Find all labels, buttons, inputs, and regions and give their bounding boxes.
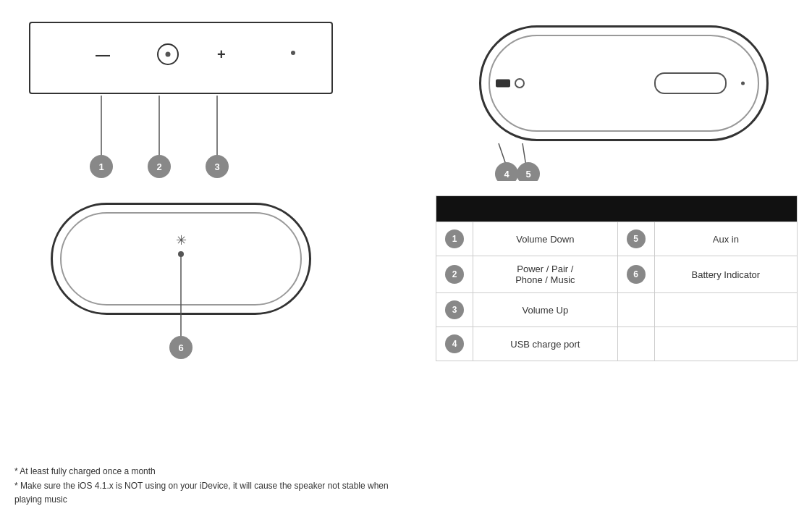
table-header-row [436,196,798,222]
table-row-4: 4 USB charge port [436,327,798,361]
footnote-line2: * Make sure the iOS 4.1.x is NOT using o… [14,479,389,493]
svg-text:2: 2 [156,161,161,172]
table-header [436,196,798,222]
table-cell-label7: USB charge port [473,327,618,361]
table-cell-label2: Aux in [654,222,797,256]
top-diagram-svg: 6 [14,195,362,362]
page-container: — + 1 [0,0,812,514]
speaker-top-diagram: ✳ 6 [14,195,362,362]
table-row-2: 2 Power / Pair / Phone / Music 6 Battery… [436,256,798,293]
table-cell-num3: 2 [436,256,473,293]
side-diagram-svg: 4 5 [450,14,798,181]
speaker-side-diagram: 4 5 [450,14,798,181]
table-cell-label6 [654,293,797,327]
bubble-6: 6 [627,265,646,284]
table-row-3: 3 Volume Up [436,293,798,327]
table-cell-label5: Volume Up [473,293,618,327]
table-cell-num4: 6 [617,256,654,293]
bubble-2: 2 [445,265,464,284]
table-cell-num6 [617,293,654,327]
table-cell-num8 [617,327,654,361]
footnotes: * At least fully charged once a month * … [14,465,389,507]
speaker-front-diagram: — + 1 [14,14,362,181]
svg-text:4: 4 [504,169,509,180]
table-cell-num7: 4 [436,327,473,361]
svg-text:5: 5 [525,169,530,180]
table-cell-label8 [654,327,797,361]
svg-text:6: 6 [178,342,183,353]
bubble-4: 4 [445,334,464,353]
info-table-container: 1 Volume Down 5 Aux in 2 Power / Pair [436,195,798,361]
table-cell-label3: Power / Pair / Phone / Music [473,256,618,293]
svg-text:3: 3 [214,161,219,172]
bubble-3: 3 [445,300,464,319]
table-cell-num2: 5 [617,222,654,256]
top-row: — + 1 [14,14,798,181]
table-cell-num5: 3 [436,293,473,327]
bubble-5: 5 [627,229,646,248]
bubble-1: 1 [445,229,464,248]
table-row-1: 1 Volume Down 5 Aux in [436,222,798,256]
table-cell-label4: Battery Indicator [654,256,797,293]
table-cell-num1: 1 [436,222,473,256]
footnote-line1: * At least fully charged once a month [14,465,389,479]
info-table: 1 Volume Down 5 Aux in 2 Power / Pair [436,195,798,361]
front-diagram-svg: 1 2 3 [14,14,362,181]
table-cell-label1: Volume Down [473,222,618,256]
svg-text:1: 1 [98,161,103,172]
bottom-row: ✳ 6 [14,195,798,362]
footnote-line3: playing music [14,493,389,507]
